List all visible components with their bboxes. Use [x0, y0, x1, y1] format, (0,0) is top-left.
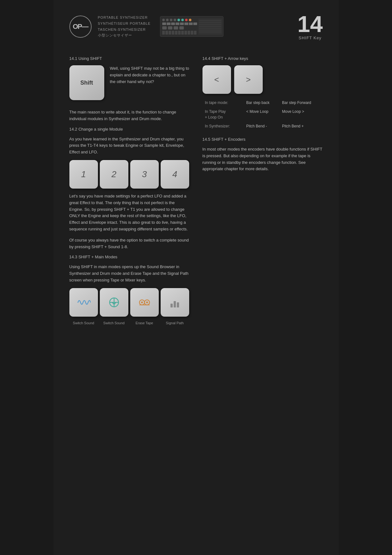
section-5-body: In most other modes the encoders have do… [202, 146, 323, 172]
right-column: 14.4 SHIFT + Arrow keys < > In tape mode… [202, 56, 323, 325]
key-2: 2 [100, 160, 128, 189]
page-number-block: 14 SHIFT Key [297, 13, 323, 40]
svg-rect-20 [179, 26, 184, 29]
svg-rect-17 [162, 26, 167, 29]
arrow-info-table: In tape mode: Bar step back Bar step For… [202, 98, 323, 131]
key-1: 1 [69, 160, 98, 189]
intro-text: Well, using SHIFT may not be a big thing… [110, 65, 190, 103]
mode-button-tape [130, 288, 159, 317]
svg-point-7 [185, 19, 188, 21]
svg-rect-27 [181, 31, 184, 35]
svg-rect-23 [169, 31, 171, 35]
logo: OP— [69, 16, 92, 38]
arrow-right-button: > [234, 65, 263, 94]
number-keys-row: 1 2 3 4 [69, 160, 190, 189]
left-action-1: < Move Loop [244, 107, 280, 122]
left-action-2: Pitch Bend - [244, 122, 280, 131]
svg-rect-50 [170, 304, 173, 307]
svg-point-5 [177, 19, 180, 21]
section-4-heading: 14.4 SHIFT + Arrow keys [202, 56, 323, 61]
section-1-heading: 14.1 Using SHIFT [69, 56, 190, 61]
svg-rect-15 [189, 23, 193, 25]
page-label: SHIFT Key [297, 35, 323, 40]
intro-block: Shift Well, using SHIFT may not be a big… [69, 65, 190, 103]
svg-rect-30 [191, 31, 193, 35]
svg-rect-25 [175, 31, 177, 35]
body-text-1: The main reason to write about it, is th… [69, 109, 190, 122]
svg-point-2 [166, 19, 169, 21]
svg-rect-26 [178, 31, 181, 35]
shift-key-image: Shift [69, 65, 104, 100]
svg-rect-12 [176, 23, 179, 25]
svg-point-1 [162, 19, 165, 21]
body-text-3: Let's say you have made settings for a p… [69, 193, 190, 233]
svg-point-4 [174, 19, 176, 21]
svg-rect-29 [188, 31, 190, 35]
svg-point-8 [189, 19, 191, 21]
svg-point-6 [181, 19, 184, 21]
svg-point-49 [146, 301, 148, 303]
svg-rect-13 [180, 23, 184, 25]
mode-label-3: Signal Path [161, 321, 189, 325]
svg-rect-31 [194, 31, 196, 35]
svg-rect-14 [184, 23, 188, 25]
right-action-2: Pitch Bend + [280, 122, 323, 131]
table-row: In Synthesizer: Pitch Bend - Pitch Bend … [202, 122, 323, 131]
page: OP— PORTABLE SYNTHESIZER SYNTHÉTISEUR PO… [54, 0, 339, 555]
mode-button-drum [100, 288, 128, 317]
page-number: 14 [297, 13, 323, 35]
table-row: In Tape Play + Loop On < Move Loop Move … [202, 107, 323, 122]
section-2-heading: 14.2 Change a single Module [69, 127, 190, 132]
svg-rect-18 [168, 26, 172, 29]
table-row: In tape mode: Bar step back Bar step For… [202, 98, 323, 107]
mode-button-mixer [161, 288, 189, 317]
arrow-buttons: < > [202, 65, 323, 94]
arrow-left-button: < [202, 65, 231, 94]
subtitle-block: PORTABLE SYNTHESIZER SYNTHÉTISEUR PORTAB… [98, 15, 151, 38]
body-text-2: As you have learned in the Synthesizer a… [69, 136, 190, 156]
right-action-0: Bar step Forward [280, 98, 323, 107]
section-3-heading: 14.3 SHIFT + Main Modes [69, 255, 190, 259]
mode-labels: Switch Sound Switch Sound Erase Tape Sig… [69, 321, 190, 325]
mode-button-synth [69, 288, 98, 317]
svg-rect-19 [174, 26, 178, 29]
context-1: In Tape Play + Loop On [202, 107, 244, 122]
svg-rect-28 [184, 31, 187, 35]
section-5-heading: 14.5 SHIFT + Encoders [202, 137, 323, 142]
key-3: 3 [130, 160, 159, 189]
device-image [160, 16, 223, 37]
svg-rect-51 [174, 301, 176, 307]
context-2: In Synthesizer: [202, 122, 244, 131]
mode-label-2: Erase Tape [130, 321, 159, 325]
mode-label-1: Switch Sound [100, 321, 128, 325]
left-column: 14.1 Using SHIFT Shift Well, using SHIFT… [69, 56, 190, 325]
right-action-1: Move Loop > [280, 107, 323, 122]
svg-rect-9 [162, 23, 166, 25]
body-text-5: Using SHIFT in main modes opens up the S… [69, 264, 190, 283]
mode-buttons-row [69, 288, 190, 317]
svg-rect-16 [193, 23, 197, 25]
svg-rect-21 [162, 31, 165, 35]
key-4: 4 [161, 160, 189, 189]
left-action-0: Bar step back [244, 98, 280, 107]
context-0: In tape mode: [202, 98, 244, 107]
svg-point-48 [141, 301, 143, 303]
svg-point-3 [170, 19, 172, 21]
svg-rect-24 [172, 31, 174, 35]
main-content: 14.1 Using SHIFT Shift Well, using SHIFT… [69, 56, 323, 325]
svg-rect-52 [177, 302, 179, 307]
body-text-4: Of course you always have the option to … [69, 237, 190, 250]
mode-label-0: Switch Sound [69, 321, 98, 325]
header: OP— PORTABLE SYNTHESIZER SYNTHÉTISEUR PO… [69, 13, 323, 40]
svg-rect-10 [167, 23, 170, 25]
svg-rect-22 [165, 31, 168, 35]
svg-rect-11 [171, 23, 175, 25]
